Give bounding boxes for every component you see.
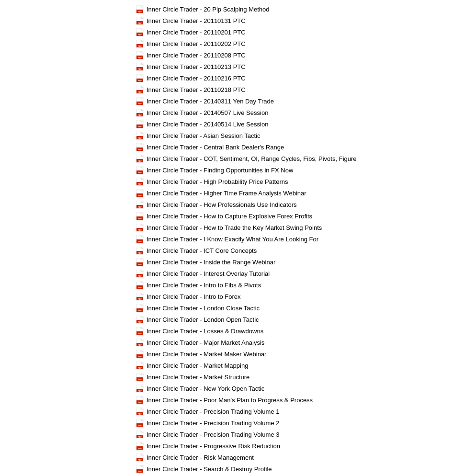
pdf-icon: PDF (136, 132, 144, 140)
svg-text:PDF: PDF (138, 309, 142, 312)
file-name: Inner Circle Trader - Market Maker Webin… (147, 350, 266, 359)
pdf-icon: PDF (136, 350, 144, 359)
list-item[interactable]: PDF Inner Circle Trader - Poor Man's Pla… (134, 395, 476, 406)
pdf-icon: PDF (136, 327, 144, 336)
svg-text:PDF: PDF (138, 148, 142, 151)
svg-text:PDF: PDF (138, 11, 142, 13)
svg-text:PDF: PDF (138, 102, 142, 105)
svg-text:PDF: PDF (138, 183, 142, 185)
pdf-icon: PDF (136, 109, 144, 117)
list-item[interactable]: PDF Inner Circle Trader - Major Market A… (134, 337, 476, 349)
svg-text:PDF: PDF (138, 68, 142, 70)
list-item[interactable]: PDF Inner Circle Trader - Market Mapping (134, 360, 476, 372)
list-item[interactable]: PDF Inner Circle Trader - Market Maker W… (134, 349, 476, 360)
pdf-icon: PDF (136, 74, 144, 83)
list-item[interactable]: PDF Inner Circle Trader - Precision Trad… (134, 406, 476, 418)
list-item[interactable]: PDF Inner Circle Trader - ICT Core Conce… (134, 245, 476, 257)
list-item[interactable]: PDF Inner Circle Trader - Losses & Drawd… (134, 326, 476, 337)
list-item[interactable]: PDF Inner Circle Trader - How to Trade t… (134, 222, 476, 234)
svg-text:PDF: PDF (138, 286, 142, 289)
svg-text:PDF: PDF (138, 137, 142, 139)
list-item[interactable]: PDF Inner Circle Trader - Inside the Ran… (134, 257, 476, 268)
list-item[interactable]: PDF Inner Circle Trader - 20110216 PTC (134, 73, 476, 84)
list-item[interactable]: PDF Inner Circle Trader - 20110218 PTC (134, 84, 476, 96)
list-item[interactable]: PDF Inner Circle Trader - 20140514 Live … (134, 119, 476, 130)
list-item[interactable]: PDF Inner Circle Trader - 20140507 Live … (134, 107, 476, 119)
file-name: Inner Circle Trader - Precision Trading … (147, 419, 279, 428)
svg-text:PDF: PDF (138, 57, 142, 59)
file-list: PDF Inner Circle Trader - 20 Pip Scalpin… (0, 0, 476, 476)
list-item[interactable]: PDF Inner Circle Trader - Higher Time Fr… (134, 188, 476, 199)
file-name: Inner Circle Trader - Intro to Forex (147, 292, 241, 302)
pdf-icon: PDF (136, 63, 144, 71)
list-item[interactable]: PDF Inner Circle Trader - COT, Sentiment… (134, 153, 476, 165)
list-item[interactable]: PDF Inner Circle Trader - Risk Managemen… (134, 452, 476, 464)
list-item[interactable]: PDF Inner Circle Trader - Market Structu… (134, 372, 476, 383)
pdf-icon: PDF (136, 40, 144, 48)
svg-text:PDF: PDF (138, 470, 142, 473)
file-name: Inner Circle Trader - Progressive Risk R… (147, 442, 280, 451)
list-item[interactable]: PDF Inner Circle Trader - 20110131 PTC (134, 15, 476, 27)
pdf-icon: PDF (136, 178, 144, 186)
svg-text:PDF: PDF (138, 91, 142, 93)
list-item[interactable]: PDF Inner Circle Trader - 20140311 Yen D… (134, 96, 476, 107)
pdf-icon: PDF (136, 373, 144, 382)
pdf-icon: PDF (136, 86, 144, 94)
list-item[interactable]: PDF Inner Circle Trader - 20 Pip Scalpin… (134, 4, 476, 15)
svg-text:PDF: PDF (138, 229, 142, 231)
svg-text:PDF: PDF (138, 252, 142, 254)
list-item[interactable]: PDF Inner Circle Trader - Intro to Forex (134, 291, 476, 303)
file-name: Inner Circle Trader - Precision Trading … (147, 430, 279, 440)
pdf-icon: PDF (136, 212, 144, 221)
svg-text:PDF: PDF (138, 436, 142, 438)
pdf-icon: PDF (136, 385, 144, 393)
svg-text:PDF: PDF (138, 34, 142, 36)
file-name: Inner Circle Trader - Losses & Drawdowns (147, 327, 263, 336)
pdf-icon: PDF (136, 17, 144, 25)
file-name: Inner Circle Trader - Poor Man's Plan to… (147, 396, 313, 405)
list-item[interactable]: PDF Inner Circle Trader - Intro to Fibs … (134, 280, 476, 291)
file-name: Inner Circle Trader - 20110202 PTC (147, 39, 246, 49)
file-name: Inner Circle Trader - 20110131 PTC (147, 16, 246, 26)
list-item[interactable]: PDF Inner Circle Trader - London Close T… (134, 303, 476, 314)
pdf-icon: PDF (136, 270, 144, 278)
list-item[interactable]: PDF Inner Circle Trader - 20110201 PTC (134, 27, 476, 38)
pdf-icon: PDF (136, 408, 144, 416)
svg-text:PDF: PDF (138, 332, 142, 335)
pdf-icon: PDF (136, 258, 144, 267)
list-item[interactable]: PDF Inner Circle Trader - 20110213 PTC (134, 61, 476, 73)
svg-text:PDF: PDF (138, 298, 142, 300)
pdf-icon: PDF (136, 396, 144, 405)
list-item[interactable]: PDF Inner Circle Trader - Asian Session … (134, 130, 476, 142)
list-item[interactable]: PDF Inner Circle Trader - Precision Trad… (134, 429, 476, 441)
file-name: Inner Circle Trader - Intro to Fibs & Pi… (147, 281, 261, 290)
svg-text:PDF: PDF (138, 160, 142, 162)
file-name: Inner Circle Trader - I Know Exactly Wha… (147, 235, 318, 244)
svg-text:PDF: PDF (138, 194, 142, 197)
list-item[interactable]: PDF Inner Circle Trader - Central Bank D… (134, 142, 476, 153)
pdf-icon: PDF (136, 97, 144, 106)
list-item[interactable]: PDF Inner Circle Trader - How Profession… (134, 199, 476, 211)
list-item[interactable]: PDF Inner Circle Trader - Interest Overl… (134, 268, 476, 280)
list-item[interactable]: PDF Inner Circle Trader - Finding Opport… (134, 165, 476, 176)
list-item[interactable]: PDF Inner Circle Trader - Search & Destr… (134, 464, 476, 475)
list-item[interactable]: PDF Inner Circle Trader - 20110202 PTC (134, 38, 476, 50)
pdf-icon: PDF (136, 339, 144, 347)
pdf-icon: PDF (136, 247, 144, 255)
list-item[interactable]: PDF Inner Circle Trader - How to Capture… (134, 211, 476, 222)
pdf-icon: PDF (136, 201, 144, 209)
list-item[interactable]: PDF Inner Circle Trader - High Probabili… (134, 176, 476, 188)
list-item[interactable]: PDF Inner Circle Trader - New York Open … (134, 383, 476, 395)
list-item[interactable]: PDF Inner Circle Trader - London Open Ta… (134, 314, 476, 326)
list-item[interactable]: PDF Inner Circle Trader - I Know Exactly… (134, 234, 476, 245)
pdf-icon: PDF (136, 304, 144, 313)
list-item[interactable]: PDF Inner Circle Trader - Progressive Ri… (134, 441, 476, 452)
pdf-icon: PDF (136, 453, 144, 462)
svg-text:PDF: PDF (138, 459, 142, 461)
list-item[interactable]: PDF Inner Circle Trader - Precision Trad… (134, 418, 476, 429)
file-name: Inner Circle Trader - 20140507 Live Sess… (147, 108, 268, 118)
pdf-icon: PDF (136, 419, 144, 428)
pdf-icon: PDF (136, 293, 144, 301)
svg-text:PDF: PDF (138, 413, 142, 415)
list-item[interactable]: PDF Inner Circle Trader - 20110208 PTC (134, 50, 476, 61)
